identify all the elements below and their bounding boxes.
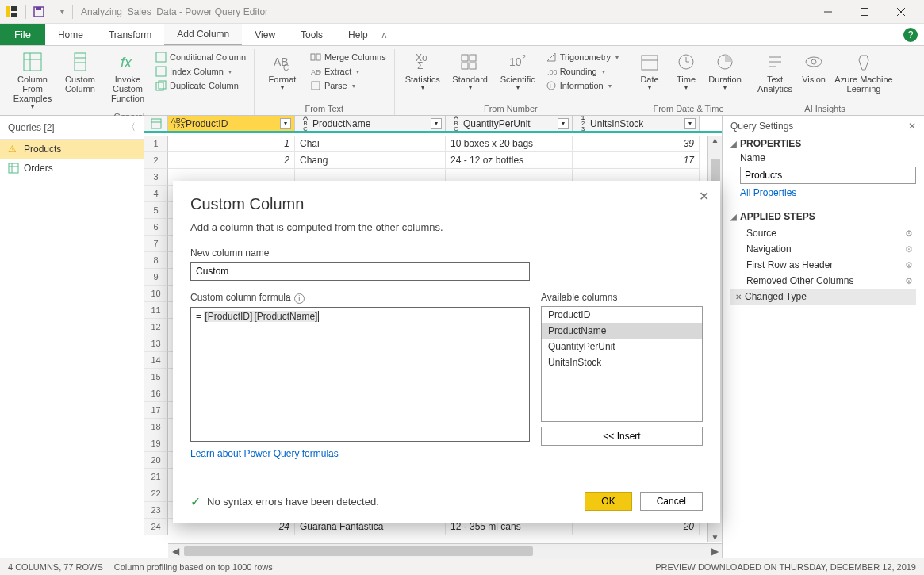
maximize-button[interactable] (846, 0, 883, 24)
gear-icon[interactable]: ⚙ (905, 276, 913, 286)
text-type-icon: ABC (449, 116, 463, 132)
tab-transform[interactable]: Transform (96, 24, 164, 45)
available-column-item[interactable]: ProductID (542, 307, 702, 323)
svg-text:fx: fx (121, 55, 132, 71)
chevron-down-icon[interactable]: ◢ (730, 213, 737, 221)
svg-text:ABC: ABC (311, 68, 321, 76)
available-columns-list[interactable]: ProductIDProductNameQuantityPerUnitUnits… (541, 306, 703, 422)
statistics-button[interactable]: XσΣStatistics▾ (400, 49, 446, 91)
standard-button[interactable]: Standard▾ (447, 49, 493, 91)
trigonometry-button[interactable]: Trigonometry▾ (543, 51, 622, 63)
formula-input[interactable]: = [ProductID][ProductName] (190, 307, 530, 442)
query-item-orders[interactable]: Orders (0, 159, 144, 178)
format-button[interactable]: ABCFormat▾ (259, 49, 305, 91)
help-icon[interactable]: ? (903, 28, 918, 42)
any-type-icon: ABC123 (171, 118, 186, 129)
duration-button[interactable]: Duration▾ (705, 49, 745, 91)
close-button[interactable] (883, 0, 919, 24)
available-column-item[interactable]: UnitsInStock (542, 355, 702, 370)
parse-button[interactable]: Parse▾ (307, 79, 389, 92)
tab-help[interactable]: Help (335, 24, 381, 45)
close-settings-icon[interactable]: ✕ (908, 121, 916, 132)
date-button[interactable]: Date▾ (632, 49, 667, 91)
conditional-column-button[interactable]: Conditional Column (152, 51, 249, 63)
information-button[interactable]: iInformation▾ (543, 79, 622, 92)
azure-ml-button[interactable]: Azure Machine Learning (833, 49, 895, 94)
scientific-button[interactable]: 102Scientific▾ (495, 49, 541, 91)
invoke-function-button[interactable]: fxInvoke Custom Function (105, 49, 151, 103)
save-icon[interactable] (33, 6, 45, 18)
new-column-name-input[interactable] (190, 262, 530, 281)
tab-view[interactable]: View (242, 24, 288, 45)
cancel-button[interactable]: Cancel (640, 492, 703, 511)
applied-step[interactable]: Navigation⚙ (730, 241, 916, 257)
dialog-title: Custom Column (190, 195, 703, 213)
collapse-ribbon-icon[interactable]: ∧ (381, 29, 388, 40)
row-number: 16 (144, 385, 168, 402)
custom-column-button[interactable]: Custom Column (57, 49, 103, 94)
query-item-products[interactable]: ⚠ Products (0, 140, 144, 159)
query-settings-pane: Query Settings✕ ◢PROPERTIES Name All Pro… (722, 116, 924, 558)
svg-rect-16 (156, 52, 166, 62)
duplicate-column-button[interactable]: Duplicate Column (152, 79, 249, 92)
tab-tools[interactable]: Tools (288, 24, 335, 45)
insert-button[interactable]: << Insert (541, 427, 703, 446)
minimize-button[interactable] (810, 0, 846, 24)
text-analytics-button[interactable]: Text Analytics (755, 49, 795, 94)
table-row[interactable]: 11Chai10 boxes x 20 bags39 (144, 136, 722, 152)
filter-dropdown-icon[interactable]: ▾ (684, 118, 696, 129)
svg-rect-28 (462, 55, 468, 61)
text-type-icon: ABC (298, 116, 312, 132)
column-header-stock[interactable]: 123UnitsInStock▾ (573, 116, 700, 131)
horizontal-scrollbar[interactable]: ◀▶ (168, 543, 722, 558)
tab-home[interactable]: Home (45, 24, 96, 45)
filter-dropdown-icon[interactable]: ▾ (558, 118, 569, 129)
table-icon[interactable] (144, 116, 168, 131)
extract-button[interactable]: ABCExtract▾ (307, 65, 389, 78)
time-button[interactable]: Time▾ (669, 49, 704, 91)
qat-dropdown[interactable]: ▼ (56, 8, 69, 16)
filter-dropdown-icon[interactable]: ▾ (280, 118, 291, 129)
all-properties-link[interactable]: All Properties (740, 187, 796, 198)
column-header-qpu[interactable]: ABCQuantityPerUnit▾ (446, 116, 573, 131)
index-column-button[interactable]: Index Column▾ (152, 65, 249, 78)
column-header-productid[interactable]: ABC123ProductID▾ (168, 116, 295, 131)
applied-step[interactable]: First Row as Header⚙ (730, 257, 916, 273)
column-header-productname[interactable]: ABCProductName▾ (295, 116, 446, 131)
available-column-item[interactable]: QuantityPerUnit (542, 339, 702, 355)
chevron-down-icon[interactable]: ◢ (730, 140, 737, 148)
name-label: Name (740, 152, 916, 163)
row-number: 21 (144, 469, 168, 485)
query-name-input[interactable] (740, 167, 916, 184)
vision-button[interactable]: Vision (796, 49, 831, 84)
applied-step[interactable]: Removed Other Columns⚙ (730, 273, 916, 289)
info-icon[interactable]: i (294, 293, 305, 304)
rounding-button[interactable]: .00Rounding▾ (543, 65, 622, 78)
dialog-close-icon[interactable]: ✕ (699, 189, 709, 204)
svg-rect-29 (470, 55, 476, 61)
merge-columns-button[interactable]: Merge Columns (307, 51, 389, 63)
applied-step[interactable]: Source⚙ (730, 225, 916, 241)
row-number: 12 (144, 319, 168, 335)
app-icon (5, 6, 17, 18)
column-from-examples-button[interactable]: Column From Examples▾ (10, 49, 56, 110)
tab-file[interactable]: File (0, 24, 45, 45)
ok-button[interactable]: OK (585, 492, 631, 511)
collapse-queries-icon[interactable]: 〈 (126, 121, 136, 134)
cell-productname: Chang (295, 152, 446, 169)
applied-step[interactable]: Changed Type (730, 289, 916, 305)
gear-icon[interactable]: ⚙ (905, 244, 913, 255)
svg-point-35 (547, 82, 555, 90)
table-row[interactable]: 22Chang24 - 12 oz bottles17 (144, 152, 722, 169)
svg-rect-23 (316, 54, 320, 60)
row-number: 20 (144, 452, 168, 469)
learn-formulas-link[interactable]: Learn about Power Query formulas (190, 448, 339, 459)
gear-icon[interactable]: ⚙ (905, 260, 913, 270)
row-number: 5 (144, 202, 168, 219)
svg-point-47 (811, 59, 816, 64)
available-column-item[interactable]: ProductName (542, 323, 702, 339)
tab-add-column[interactable]: Add Column (164, 24, 242, 45)
formula-label: Custom column formulai (190, 292, 530, 304)
filter-dropdown-icon[interactable]: ▾ (431, 118, 442, 129)
gear-icon[interactable]: ⚙ (905, 228, 913, 239)
